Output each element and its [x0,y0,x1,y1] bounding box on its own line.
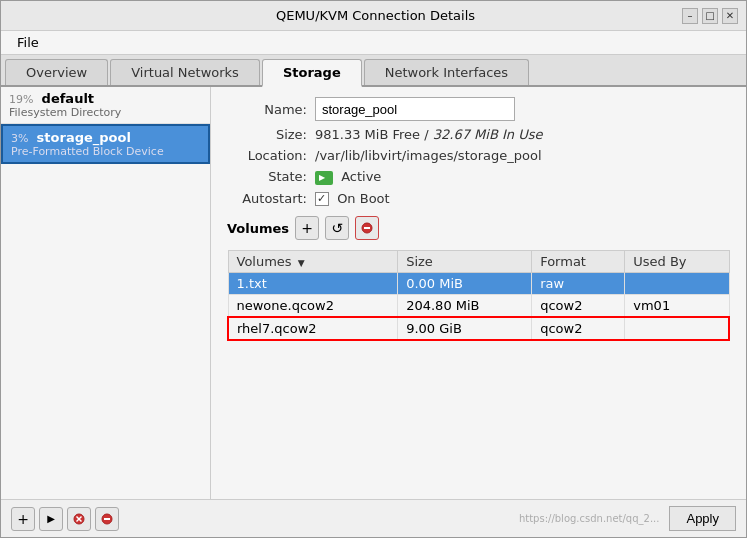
volumes-header: Volumes + ↺ [227,216,730,240]
vol-name-1: 1.txt [228,273,398,295]
vol-format-2: qcow2 [532,295,625,318]
location-label: Location: [227,148,307,163]
table-row[interactable]: newone.qcow2 204.80 MiB qcow2 vm01 [228,295,729,318]
size-label: Size: [227,127,307,142]
autostart-row: Autostart: On Boot [227,191,730,207]
col-volumes[interactable]: Volumes ▼ [228,251,398,273]
delete-volume-button[interactable] [355,216,379,240]
vol-format-1: raw [532,273,625,295]
tab-network-interfaces[interactable]: Network Interfaces [364,59,529,85]
close-button[interactable]: ✕ [722,8,738,24]
pool-storage-percent: 3% [11,132,28,145]
pool-default-type: Filesystem Directory [9,106,202,119]
stop-pool-icon [73,513,85,525]
tab-overview[interactable]: Overview [5,59,108,85]
title-bar: QEMU/KVM Connection Details – □ ✕ [1,1,746,31]
name-label: Name: [227,102,307,117]
state-label: State: [227,169,307,184]
pool-list: 19% default Filesystem Directory 3% stor… [1,87,211,499]
watermark-text: https://blog.csdn.net/qq_2... [519,513,660,524]
table-row[interactable]: rhel7.qcow2 9.00 GiB qcow2 [228,317,729,340]
add-pool-button[interactable]: + [11,507,35,531]
pool-default-name: default [42,91,94,106]
bottom-right: https://blog.csdn.net/qq_2... Apply [519,506,736,531]
main-window: QEMU/KVM Connection Details – □ ✕ File O… [0,0,747,538]
state-active-icon [315,171,333,185]
vol-usedby-1 [625,273,729,295]
pool-storage-type: Pre-Formatted Block Device [11,145,200,158]
maximize-button[interactable]: □ [702,8,718,24]
vol-name-3: rhel7.qcow2 [228,317,398,340]
table-row[interactable]: 1.txt 0.00 MiB raw [228,273,729,295]
name-input[interactable] [315,97,515,121]
pool-item-default[interactable]: 19% default Filesystem Directory [1,87,210,124]
volumes-label: Volumes [227,221,289,236]
vol-format-3: qcow2 [532,317,625,340]
file-menu[interactable]: File [9,33,47,52]
vol-size-1: 0.00 MiB [398,273,532,295]
bottom-bar: + ▶ https://blog.csdn.net/qq_2... Apply [1,499,746,537]
menu-bar: File [1,31,746,55]
location-value: /var/lib/libvirt/images/storage_pool [315,148,542,163]
detail-panel: Name: Size: 981.33 MiB Free / 32.67 MiB … [211,87,746,499]
bottom-left-controls: + ▶ [11,507,119,531]
size-row: Size: 981.33 MiB Free / 32.67 MiB In Use [227,127,730,142]
size-italic: 32.67 MiB In Use [433,127,543,142]
window-controls: – □ ✕ [682,8,738,24]
location-row: Location: /var/lib/libvirt/images/storag… [227,148,730,163]
delete-volume-icon [361,222,373,234]
apply-button[interactable]: Apply [669,506,736,531]
tab-storage[interactable]: Storage [262,59,362,87]
window-title: QEMU/KVM Connection Details [69,8,682,23]
play-pool-button[interactable]: ▶ [39,507,63,531]
col-size[interactable]: Size [398,251,532,273]
content-area: 19% default Filesystem Directory 3% stor… [1,87,746,499]
col-used-by[interactable]: Used By [625,251,729,273]
name-row: Name: [227,97,730,121]
minimize-button[interactable]: – [682,8,698,24]
tab-virtual-networks[interactable]: Virtual Networks [110,59,260,85]
pool-default-percent: 19% [9,93,33,106]
vol-usedby-3 [625,317,729,340]
pool-storage-name: storage_pool [37,130,131,145]
add-volume-button[interactable]: + [295,216,319,240]
autostart-value: On Boot [315,191,390,207]
vol-size-3: 9.00 GiB [398,317,532,340]
size-value: 981.33 MiB Free / 32.67 MiB In Use [315,127,542,142]
volumes-table: Volumes ▼ Size Format Used By 1.txt 0.00… [227,250,730,341]
vol-size-2: 204.80 MiB [398,295,532,318]
vol-name-2: newone.qcow2 [228,295,398,318]
delete-pool-button[interactable] [95,507,119,531]
vol-usedby-2: vm01 [625,295,729,318]
col-format[interactable]: Format [532,251,625,273]
refresh-volume-button[interactable]: ↺ [325,216,349,240]
pool-item-storage-pool[interactable]: 3% storage_pool Pre-Formatted Block Devi… [1,124,210,164]
stop-pool-button[interactable] [67,507,91,531]
state-value: Active [315,169,381,185]
sort-arrow: ▼ [298,258,305,268]
autostart-checkbox[interactable] [315,192,329,206]
tab-bar: Overview Virtual Networks Storage Networ… [1,55,746,87]
delete-pool-icon [101,513,113,525]
state-row: State: Active [227,169,730,185]
autostart-label: Autostart: [227,191,307,206]
